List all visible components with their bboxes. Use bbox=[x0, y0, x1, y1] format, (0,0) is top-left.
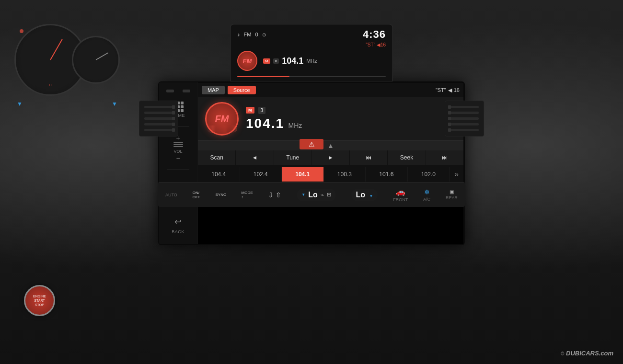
media-controls: Scan ◄ Tune ► ⏮ Seek ⏭ bbox=[198, 150, 463, 165]
fm-channel: 3 bbox=[258, 107, 266, 114]
rear-defrost-button[interactable]: ▣ REAR bbox=[446, 189, 458, 200]
ac-label: A/C bbox=[423, 197, 430, 202]
scan-button[interactable]: Scan bbox=[198, 150, 236, 165]
copyright-symbol: © bbox=[561, 351, 564, 356]
source-button[interactable]: Source bbox=[228, 86, 256, 94]
map-button[interactable]: MAP bbox=[202, 86, 225, 94]
fm-logo: FM bbox=[205, 102, 239, 136]
top-mode-label: FM bbox=[244, 32, 252, 37]
preset-3-active[interactable]: 104.1 bbox=[282, 167, 324, 182]
volume-down-button[interactable]: − bbox=[176, 155, 180, 161]
left-vent-group bbox=[139, 101, 178, 136]
fm-display: FM M 3 104.1 MHz bbox=[198, 97, 463, 141]
vol-bar bbox=[173, 142, 183, 143]
top-channel-badge: 0 bbox=[273, 58, 279, 64]
preset-5[interactable]: 101.6 bbox=[366, 167, 408, 182]
st-label: "ST" bbox=[436, 87, 446, 93]
rear-label: REAR bbox=[446, 195, 458, 200]
music-icon: ♪ bbox=[237, 32, 240, 37]
back-button[interactable]: ↩ BACK bbox=[166, 212, 191, 237]
vent-slat bbox=[144, 112, 173, 114]
main-screen: MAP Source "ST" ◀ 16 FM bbox=[197, 82, 464, 244]
separator bbox=[167, 169, 189, 170]
prev-button[interactable]: ⏮ bbox=[350, 150, 388, 165]
back-icon: ↩ bbox=[172, 215, 185, 228]
power-button[interactable] bbox=[166, 90, 174, 92]
temp-left-display: ▼ Lo ⌁ ⊟ bbox=[297, 189, 335, 201]
unit-power-row bbox=[166, 90, 190, 92]
top-progress-fill bbox=[237, 76, 289, 77]
chevron-up-indicator[interactable]: ▲ bbox=[198, 141, 463, 150]
sync-button[interactable]: SYNC bbox=[216, 193, 226, 197]
stop-label: STOP bbox=[35, 303, 44, 307]
engine-start-button[interactable]: ENGINE START STOP bbox=[24, 285, 55, 316]
watermark: © DUBICARS.com bbox=[561, 350, 613, 357]
front-label: FRONT bbox=[393, 197, 408, 202]
climate-controls: AUTO ON/OFF SYNC MODE↕ ⇩ ⇧ ▼ Lo ⌁ ⊟ bbox=[158, 182, 465, 207]
onoff-button[interactable]: ON/OFF bbox=[193, 191, 200, 199]
fan-down-button[interactable]: ⇩ bbox=[268, 191, 274, 199]
vol-label: VOL bbox=[173, 149, 182, 154]
right-vent-group bbox=[445, 101, 484, 136]
front-defrost-icon: 🚗 bbox=[396, 187, 405, 196]
watermark-text: DUBICARS.com bbox=[566, 350, 613, 357]
vent-slat bbox=[144, 106, 173, 108]
onoff-label: ON/OFF bbox=[193, 191, 200, 199]
vent-slat bbox=[450, 117, 479, 120]
preset-1[interactable]: 104.4 bbox=[198, 167, 240, 182]
vent-slat bbox=[450, 129, 479, 131]
more-presets-button[interactable]: » bbox=[450, 166, 463, 182]
top-display-row1: ♪ FM 0 ⊙ 4:36 bbox=[237, 28, 386, 41]
infotainment-center: ♪ FM 0 ⊙ 4:36 "ST" ◀16 FM M 0 104.1 MHz bbox=[149, 24, 474, 245]
preset-4[interactable]: 100.3 bbox=[324, 167, 366, 182]
vol-bar bbox=[173, 146, 183, 147]
back-label: BACK bbox=[172, 229, 185, 234]
mode-label: MODE↕ bbox=[242, 191, 253, 199]
vent-slat bbox=[450, 112, 479, 114]
ac-button[interactable]: ❄ A/C bbox=[423, 188, 430, 202]
distribute-icon: ⊟ bbox=[327, 192, 331, 198]
tune-fwd-button[interactable]: ► bbox=[312, 150, 350, 165]
fm-badge-row: M 3 bbox=[246, 107, 302, 114]
top-display-icons: ♪ FM 0 ⊙ bbox=[237, 32, 266, 37]
fan-icon: ⌁ bbox=[321, 192, 324, 198]
tune-back-button[interactable]: ◄ bbox=[236, 150, 274, 165]
top-radio-display: ♪ FM 0 ⊙ 4:36 "ST" ◀16 FM M 0 104.1 MHz bbox=[230, 24, 393, 81]
temp-down-left[interactable]: ▼ bbox=[301, 193, 305, 197]
grid-dot bbox=[181, 109, 184, 112]
vent-slat bbox=[144, 129, 173, 131]
preset-6[interactable]: 102.0 bbox=[408, 167, 450, 182]
screen-status: "ST" ◀ 16 bbox=[436, 87, 460, 93]
vent-slat bbox=[450, 106, 479, 108]
fm-badge: M bbox=[246, 107, 254, 114]
preset-2[interactable]: 102.4 bbox=[240, 167, 282, 182]
mode-button[interactable]: MODE↕ bbox=[242, 191, 253, 199]
eject-button[interactable] bbox=[183, 90, 190, 92]
temp-right-display: Lo ▼ bbox=[351, 189, 378, 201]
volume-icon: ◀ bbox=[448, 87, 452, 93]
hazard-button[interactable]: ⚠ bbox=[300, 139, 323, 149]
grid-dot bbox=[181, 102, 184, 104]
temp-left-value: Lo bbox=[308, 191, 318, 199]
wifi-icon: ⊙ bbox=[262, 32, 266, 37]
top-freq-value: 104.1 bbox=[282, 56, 303, 66]
ac-icon: ❄ bbox=[424, 188, 430, 196]
tune-label: Tune bbox=[274, 150, 312, 165]
car-interior: H ▼ ▼ ENGINE START STOP ♪ FM 0 ⊙ 4:36 bbox=[0, 0, 623, 364]
next-button[interactable]: ⏭ bbox=[426, 150, 463, 165]
top-progress-bar bbox=[237, 76, 386, 77]
top-st-label: "ST" ◀16 bbox=[366, 42, 386, 47]
top-freq-unit: MHz bbox=[306, 58, 317, 64]
front-defrost-button[interactable]: 🚗 FRONT bbox=[393, 187, 408, 202]
screen-topbar: MAP Source "ST" ◀ 16 bbox=[198, 83, 463, 97]
auto-label: AUTO bbox=[165, 193, 177, 197]
engine-label: ENGINE bbox=[33, 294, 46, 298]
fan-buttons: ⇩ ⇧ bbox=[268, 191, 281, 199]
vol-bar bbox=[173, 144, 183, 145]
temp-down-right[interactable]: ▼ bbox=[369, 194, 373, 198]
top-display-status: "ST" ◀16 bbox=[237, 42, 386, 47]
fan-up-button[interactable]: ⇧ bbox=[276, 191, 281, 199]
start-label: START bbox=[34, 298, 45, 303]
instrument-cluster: H ▼ ▼ bbox=[14, 14, 125, 125]
auto-button[interactable]: AUTO bbox=[165, 193, 177, 197]
